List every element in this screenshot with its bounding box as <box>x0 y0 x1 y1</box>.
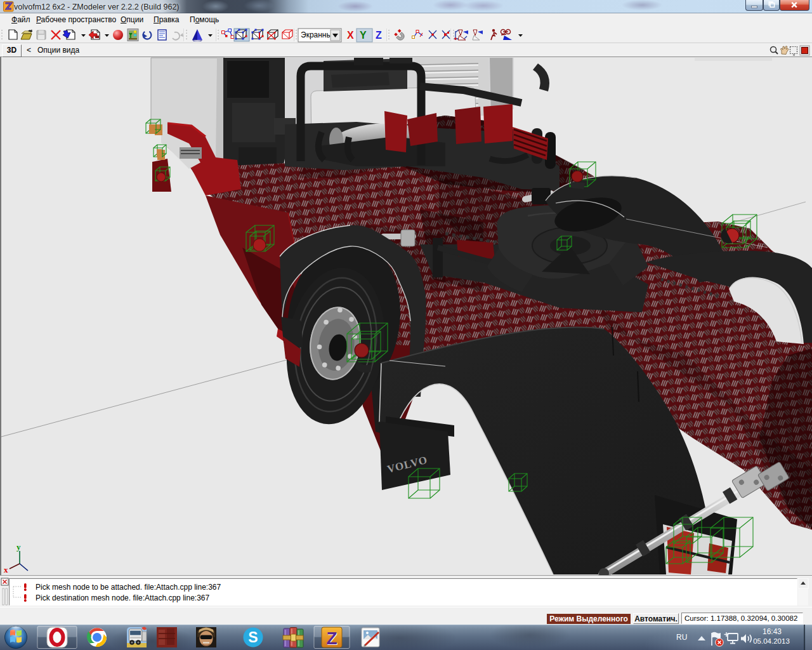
svg-text:Z: Z <box>326 628 337 648</box>
svg-text:y: y <box>16 542 21 552</box>
svg-text:S: S <box>248 629 258 646</box>
svg-text:Экранны: Экранны <box>301 30 332 39</box>
svg-text:X: X <box>347 30 354 41</box>
svg-text:x: x <box>4 565 8 574</box>
svg-text:Z: Z <box>376 30 382 41</box>
svg-text:Y: Y <box>360 30 367 41</box>
